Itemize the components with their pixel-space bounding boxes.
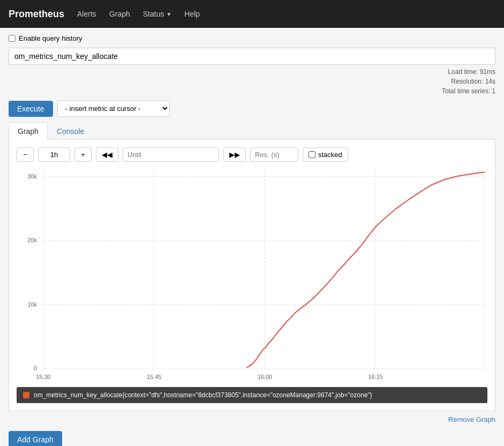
nav-help[interactable]: Help bbox=[184, 10, 200, 18]
y-label-0: 0 bbox=[34, 365, 37, 371]
chart-area: 30k 20k 10k 0 15:30 15:45 16:00 1 bbox=[17, 168, 487, 383]
graph-controls: − + ◀◀ ▶▶ stacked bbox=[17, 147, 487, 162]
y-label-20k: 20k bbox=[27, 237, 37, 243]
query-history-checkbox[interactable] bbox=[9, 35, 16, 42]
navbar: Prometheus Alerts Graph Status ▼ Help bbox=[0, 0, 504, 28]
stacked-checkbox-icon bbox=[309, 151, 315, 158]
tabs-row: Graph Console bbox=[9, 122, 495, 140]
tab-graph[interactable]: Graph bbox=[9, 122, 48, 140]
load-time: Load time: 91ms bbox=[9, 67, 495, 77]
total-series: Total time series: 1 bbox=[9, 86, 495, 96]
remove-graph-row: Remove Graph bbox=[9, 411, 495, 426]
remove-graph-link[interactable]: Remove Graph bbox=[448, 415, 495, 423]
legend: om_metrics_num_key_allocate{context="dfs… bbox=[17, 387, 487, 403]
stacked-button[interactable]: stacked bbox=[303, 147, 348, 162]
zoom-in-button[interactable]: + bbox=[74, 147, 92, 162]
until-input[interactable] bbox=[123, 147, 219, 162]
main-content: Enable query history Load time: 91ms Res… bbox=[0, 28, 504, 446]
toolbar: Execute - insert metric at cursor - bbox=[9, 100, 495, 117]
query-input-wrap bbox=[9, 48, 495, 65]
x-label-1530: 15:30 bbox=[36, 374, 50, 380]
load-info: Load time: 91ms Resolution: 14s Total ti… bbox=[9, 67, 495, 96]
y-label-10k: 10k bbox=[27, 301, 37, 307]
nav-alerts[interactable]: Alerts bbox=[77, 10, 96, 18]
add-graph-button[interactable]: Add Graph bbox=[9, 431, 62, 446]
x-label-1615: 16:15 bbox=[368, 374, 382, 380]
execute-button[interactable]: Execute bbox=[9, 101, 53, 117]
nav-status[interactable]: Status bbox=[143, 10, 164, 18]
x-label-1600: 16:00 bbox=[258, 374, 272, 380]
nav-status-wrapper[interactable]: Status ▼ bbox=[143, 10, 172, 18]
legend-text: om_metrics_num_key_allocate{context="dfs… bbox=[34, 391, 372, 399]
query-history-label[interactable]: Enable query history bbox=[19, 34, 82, 42]
chart-svg: 30k 20k 10k 0 15:30 15:45 16:00 1 bbox=[17, 168, 487, 383]
pan-back-button[interactable]: ◀◀ bbox=[96, 147, 118, 162]
nav-graph[interactable]: Graph bbox=[109, 10, 130, 18]
add-graph-row: Add Graph bbox=[9, 426, 495, 446]
nav-brand: Prometheus bbox=[9, 9, 64, 20]
status-caret-icon: ▼ bbox=[166, 11, 171, 17]
stacked-label: stacked bbox=[318, 151, 342, 159]
chart-line bbox=[247, 172, 485, 368]
legend-color-swatch bbox=[23, 392, 29, 398]
zoom-out-button[interactable]: − bbox=[17, 147, 34, 162]
resolution-input[interactable] bbox=[250, 147, 298, 162]
y-label-30k: 30k bbox=[27, 173, 37, 180]
x-label-1545: 15:45 bbox=[147, 374, 161, 380]
query-history-row: Enable query history bbox=[9, 34, 495, 42]
insert-metric-select[interactable]: - insert metric at cursor - bbox=[57, 100, 170, 117]
pan-forward-button[interactable]: ▶▶ bbox=[223, 147, 246, 162]
query-input[interactable] bbox=[9, 48, 495, 65]
graph-panel: − + ◀◀ ▶▶ stacked 30k 20k 10k 0 bbox=[9, 140, 495, 411]
resolution: Resolution: 14s bbox=[9, 77, 495, 86]
duration-input[interactable] bbox=[38, 147, 70, 162]
tab-console[interactable]: Console bbox=[48, 122, 93, 140]
